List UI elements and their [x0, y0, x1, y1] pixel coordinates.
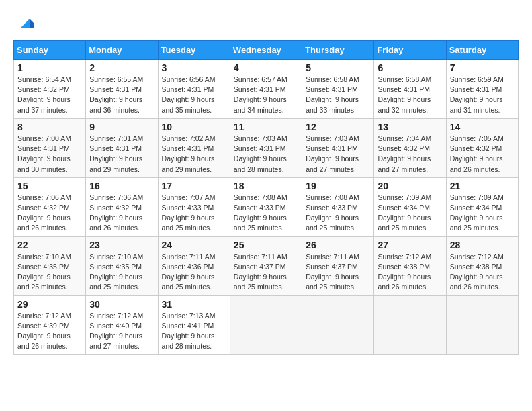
- day-cell: 8Sunrise: 7:00 AM Sunset: 4:31 PM Daylig…: [14, 118, 86, 177]
- day-cell: 7Sunrise: 6:59 AM Sunset: 4:31 PM Daylig…: [446, 60, 518, 119]
- day-cell: 23Sunrise: 7:10 AM Sunset: 4:35 PM Dayli…: [86, 236, 158, 295]
- day-info: Sunrise: 7:09 AM Sunset: 4:34 PM Dayligh…: [378, 193, 442, 234]
- week-row-2: 8Sunrise: 7:00 AM Sunset: 4:31 PM Daylig…: [14, 118, 519, 177]
- day-cell: 5Sunrise: 6:58 AM Sunset: 4:31 PM Daylig…: [302, 60, 374, 119]
- day-cell: 21Sunrise: 7:09 AM Sunset: 4:34 PM Dayli…: [446, 177, 518, 236]
- day-info: Sunrise: 7:00 AM Sunset: 4:31 PM Dayligh…: [17, 134, 82, 175]
- day-number: 12: [306, 122, 370, 132]
- day-info: Sunrise: 7:05 AM Sunset: 4:32 PM Dayligh…: [450, 134, 515, 175]
- logo: [13, 13, 35, 34]
- day-info: Sunrise: 7:01 AM Sunset: 4:31 PM Dayligh…: [89, 134, 154, 175]
- day-info: Sunrise: 7:04 AM Sunset: 4:32 PM Dayligh…: [378, 134, 442, 175]
- day-number: 10: [162, 122, 226, 132]
- day-cell: 24Sunrise: 7:11 AM Sunset: 4:36 PM Dayli…: [158, 236, 230, 295]
- week-row-1: 1Sunrise: 6:54 AM Sunset: 4:32 PM Daylig…: [14, 60, 519, 119]
- day-info: Sunrise: 6:54 AM Sunset: 4:32 PM Dayligh…: [17, 75, 82, 116]
- day-info: Sunrise: 6:58 AM Sunset: 4:31 PM Dayligh…: [378, 75, 442, 116]
- day-number: 22: [17, 240, 82, 250]
- week-row-3: 15Sunrise: 7:06 AM Sunset: 4:32 PM Dayli…: [14, 177, 519, 236]
- day-cell: 10Sunrise: 7:02 AM Sunset: 4:31 PM Dayli…: [158, 118, 230, 177]
- day-cell: 26Sunrise: 7:11 AM Sunset: 4:37 PM Dayli…: [302, 236, 374, 295]
- day-cell: 16Sunrise: 7:06 AM Sunset: 4:32 PM Dayli…: [86, 177, 158, 236]
- day-number: 29: [17, 299, 82, 310]
- day-cell: 9Sunrise: 7:01 AM Sunset: 4:31 PM Daylig…: [86, 118, 158, 177]
- day-number: 1: [17, 62, 82, 73]
- day-info: Sunrise: 6:56 AM Sunset: 4:31 PM Dayligh…: [162, 75, 226, 116]
- day-info: Sunrise: 7:11 AM Sunset: 4:37 PM Dayligh…: [234, 252, 298, 293]
- day-cell: 30Sunrise: 7:12 AM Sunset: 4:40 PM Dayli…: [86, 295, 158, 355]
- header-cell-sunday: Sunday: [14, 41, 86, 60]
- calendar-header: SundayMondayTuesdayWednesdayThursdayFrid…: [14, 41, 519, 60]
- svg-marker-0: [20, 19, 30, 28]
- day-number: 20: [378, 181, 442, 191]
- day-info: Sunrise: 6:58 AM Sunset: 4:31 PM Dayligh…: [306, 75, 370, 116]
- header-row: SundayMondayTuesdayWednesdayThursdayFrid…: [14, 41, 519, 60]
- day-number: 31: [162, 299, 226, 310]
- day-number: 4: [234, 62, 298, 73]
- day-info: Sunrise: 7:12 AM Sunset: 4:38 PM Dayligh…: [378, 252, 442, 293]
- day-cell: 20Sunrise: 7:09 AM Sunset: 4:34 PM Dayli…: [374, 177, 446, 236]
- day-info: Sunrise: 7:12 AM Sunset: 4:39 PM Dayligh…: [17, 311, 82, 352]
- day-number: 18: [234, 181, 298, 191]
- svg-marker-1: [30, 19, 34, 28]
- day-cell: 22Sunrise: 7:10 AM Sunset: 4:35 PM Dayli…: [14, 236, 86, 295]
- day-info: Sunrise: 7:08 AM Sunset: 4:33 PM Dayligh…: [234, 193, 298, 234]
- day-cell: [230, 295, 302, 355]
- day-cell: 31Sunrise: 7:13 AM Sunset: 4:41 PM Dayli…: [158, 295, 230, 355]
- day-number: 7: [450, 62, 515, 73]
- day-info: Sunrise: 7:02 AM Sunset: 4:31 PM Dayligh…: [162, 134, 226, 175]
- week-row-5: 29Sunrise: 7:12 AM Sunset: 4:39 PM Dayli…: [14, 295, 519, 355]
- day-cell: 17Sunrise: 7:07 AM Sunset: 4:33 PM Dayli…: [158, 177, 230, 236]
- day-number: 16: [89, 181, 154, 191]
- day-info: Sunrise: 7:09 AM Sunset: 4:34 PM Dayligh…: [450, 193, 515, 234]
- day-cell: 27Sunrise: 7:12 AM Sunset: 4:38 PM Dayli…: [374, 236, 446, 295]
- day-number: 8: [17, 122, 82, 132]
- day-number: 28: [450, 240, 515, 250]
- day-info: Sunrise: 7:03 AM Sunset: 4:31 PM Dayligh…: [234, 134, 298, 175]
- day-number: 24: [162, 240, 226, 250]
- day-cell: 19Sunrise: 7:08 AM Sunset: 4:33 PM Dayli…: [302, 177, 374, 236]
- day-cell: 25Sunrise: 7:11 AM Sunset: 4:37 PM Dayli…: [230, 236, 302, 295]
- day-info: Sunrise: 7:07 AM Sunset: 4:33 PM Dayligh…: [162, 193, 226, 234]
- day-info: Sunrise: 7:08 AM Sunset: 4:33 PM Dayligh…: [306, 193, 370, 234]
- logo-icon: [15, 13, 35, 34]
- day-number: 30: [89, 299, 154, 310]
- header-cell-saturday: Saturday: [446, 41, 518, 60]
- day-number: 19: [306, 181, 370, 191]
- day-number: 3: [162, 62, 226, 73]
- day-number: 9: [89, 122, 154, 132]
- day-number: 26: [306, 240, 370, 250]
- header-cell-thursday: Thursday: [302, 41, 374, 60]
- day-number: 27: [378, 240, 442, 250]
- day-cell: [446, 295, 518, 355]
- day-info: Sunrise: 7:11 AM Sunset: 4:36 PM Dayligh…: [162, 252, 226, 293]
- day-info: Sunrise: 6:59 AM Sunset: 4:31 PM Dayligh…: [450, 75, 515, 116]
- calendar-body: 1Sunrise: 6:54 AM Sunset: 4:32 PM Daylig…: [14, 60, 519, 355]
- calendar-table: SundayMondayTuesdayWednesdayThursdayFrid…: [13, 40, 519, 355]
- day-info: Sunrise: 7:13 AM Sunset: 4:41 PM Dayligh…: [162, 311, 226, 352]
- week-row-4: 22Sunrise: 7:10 AM Sunset: 4:35 PM Dayli…: [14, 236, 519, 295]
- header-cell-monday: Monday: [86, 41, 158, 60]
- day-cell: 12Sunrise: 7:03 AM Sunset: 4:31 PM Dayli…: [302, 118, 374, 177]
- day-cell: 11Sunrise: 7:03 AM Sunset: 4:31 PM Dayli…: [230, 118, 302, 177]
- day-cell: 18Sunrise: 7:08 AM Sunset: 4:33 PM Dayli…: [230, 177, 302, 236]
- day-number: 21: [450, 181, 515, 191]
- day-info: Sunrise: 7:11 AM Sunset: 4:37 PM Dayligh…: [306, 252, 370, 293]
- day-number: 15: [17, 181, 82, 191]
- day-number: 6: [378, 62, 442, 73]
- day-cell: 14Sunrise: 7:05 AM Sunset: 4:32 PM Dayli…: [446, 118, 518, 177]
- day-info: Sunrise: 7:10 AM Sunset: 4:35 PM Dayligh…: [17, 252, 82, 293]
- day-cell: [374, 295, 446, 355]
- day-number: 23: [89, 240, 154, 250]
- header-cell-friday: Friday: [374, 41, 446, 60]
- day-cell: 4Sunrise: 6:57 AM Sunset: 4:31 PM Daylig…: [230, 60, 302, 119]
- day-cell: 3Sunrise: 6:56 AM Sunset: 4:31 PM Daylig…: [158, 60, 230, 119]
- day-cell: 13Sunrise: 7:04 AM Sunset: 4:32 PM Dayli…: [374, 118, 446, 177]
- day-number: 17: [162, 181, 226, 191]
- day-number: 25: [234, 240, 298, 250]
- day-cell: 1Sunrise: 6:54 AM Sunset: 4:32 PM Daylig…: [14, 60, 86, 119]
- day-cell: 28Sunrise: 7:12 AM Sunset: 4:38 PM Dayli…: [446, 236, 518, 295]
- header-cell-tuesday: Tuesday: [158, 41, 230, 60]
- day-cell: 15Sunrise: 7:06 AM Sunset: 4:32 PM Dayli…: [14, 177, 86, 236]
- day-number: 5: [306, 62, 370, 73]
